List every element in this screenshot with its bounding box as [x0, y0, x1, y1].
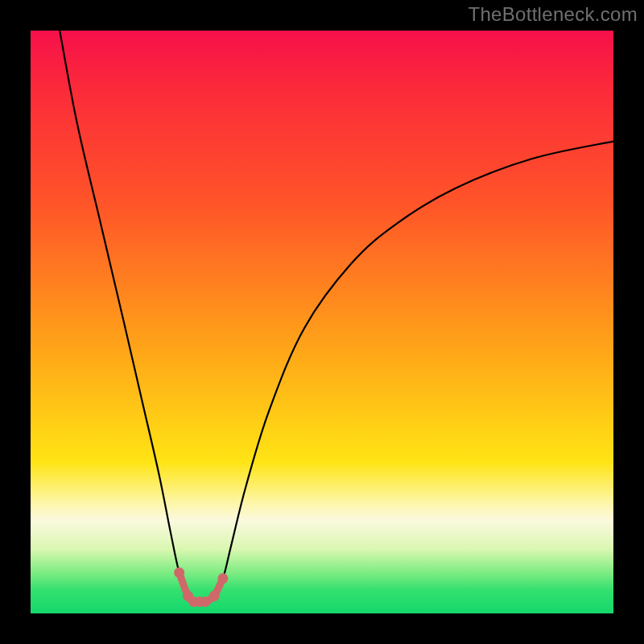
- watermark-text: TheBottleneck.com: [468, 3, 638, 26]
- chart-frame: TheBottleneck.com: [0, 0, 644, 644]
- trough-marker-dot: [174, 568, 184, 578]
- trough-marker-dot: [209, 591, 220, 601]
- bottleneck-curve: [60, 31, 613, 602]
- trough-marker-dot: [217, 573, 228, 584]
- trough-marker-dot: [200, 597, 211, 607]
- plot-area: [31, 31, 613, 613]
- curve-layer: [31, 31, 613, 613]
